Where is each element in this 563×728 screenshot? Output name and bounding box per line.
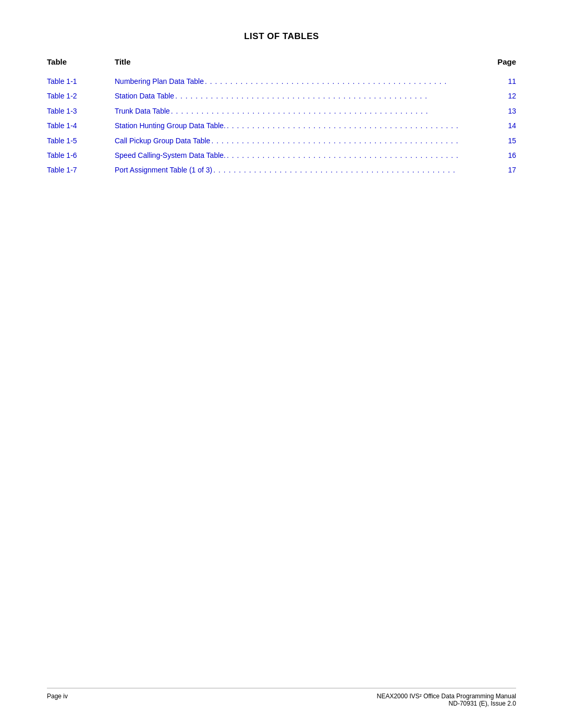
- toc-title-content: Speed Calling-System Data Table. . . . .…: [115, 150, 485, 161]
- toc-table-ref: Table 1-2: [47, 90, 115, 102]
- toc-title-text: Call Pickup Group Data Table: [115, 135, 210, 146]
- header-page-col: Page: [485, 57, 516, 66]
- toc-title-content: Station Hunting Group Data Table. . . . …: [115, 120, 485, 131]
- toc-dots: . . . . . . . . . . . . . . . . . . . . …: [226, 150, 485, 161]
- toc-row: Table 1-7Port Assignment Table (1 of 3) …: [47, 164, 516, 176]
- toc-dots: . . . . . . . . . . . . . . . . . . . . …: [212, 164, 485, 176]
- toc-page-num: 11: [485, 76, 516, 87]
- toc-entries: Table 1-1Numbering Plan Data Table . . .…: [47, 76, 516, 179]
- toc-row: Table 1-1Numbering Plan Data Table . . .…: [47, 76, 516, 87]
- toc-table-ref: Table 1-5: [47, 135, 115, 146]
- toc-title-text: Station Data Table: [115, 90, 174, 102]
- toc-row: Table 1-2Station Data Table . . . . . . …: [47, 90, 516, 102]
- footer-doc-title: NEAX2000 IVS² Office Data Programming Ma…: [377, 693, 516, 700]
- toc-dots: . . . . . . . . . . . . . . . . . . . . …: [204, 76, 485, 87]
- page-title: LIST OF TABLES: [47, 31, 516, 42]
- toc-title-text: Speed Calling-System Data Table.: [115, 150, 226, 161]
- footer-doc-info: NEAX2000 IVS² Office Data Programming Ma…: [377, 693, 516, 707]
- footer-page-label: Page iv: [47, 693, 68, 700]
- toc-table-ref: Table 1-7: [47, 164, 115, 176]
- toc-title-content: Port Assignment Table (1 of 3) . . . . .…: [115, 164, 485, 176]
- footer-doc-ref: ND-70931 (E), Issue 2.0: [377, 700, 516, 707]
- toc-header: Table Title Page: [47, 57, 516, 68]
- toc-row: Table 1-5Call Pickup Group Data Table . …: [47, 135, 516, 146]
- header-table-col: Table: [47, 57, 115, 66]
- toc-dots: . . . . . . . . . . . . . . . . . . . . …: [170, 105, 485, 117]
- toc-title-text: Port Assignment Table (1 of 3): [115, 164, 212, 176]
- toc-page-num: 12: [485, 90, 516, 102]
- header-title-col: Title: [115, 57, 485, 66]
- toc-title-content: Trunk Data Table . . . . . . . . . . . .…: [115, 105, 485, 117]
- toc-row: Table 1-3Trunk Data Table . . . . . . . …: [47, 105, 516, 117]
- toc-table-ref: Table 1-1: [47, 76, 115, 87]
- toc-page-num: 13: [485, 105, 516, 117]
- toc-title-content: Station Data Table . . . . . . . . . . .…: [115, 90, 485, 102]
- toc-page-num: 15: [485, 135, 516, 146]
- toc-row: Table 1-6Speed Calling-System Data Table…: [47, 150, 516, 161]
- toc-dots: . . . . . . . . . . . . . . . . . . . . …: [174, 90, 485, 102]
- toc-row: Table 1-4Station Hunting Group Data Tabl…: [47, 120, 516, 131]
- toc-page-num: 16: [485, 150, 516, 161]
- toc-title-content: Call Pickup Group Data Table . . . . . .…: [115, 135, 485, 146]
- toc-title-text: Numbering Plan Data Table: [115, 76, 204, 87]
- toc-page-num: 17: [485, 164, 516, 176]
- toc-title-text: Station Hunting Group Data Table.: [115, 120, 226, 131]
- toc-table-ref: Table 1-3: [47, 105, 115, 117]
- toc-dots: . . . . . . . . . . . . . . . . . . . . …: [226, 120, 485, 131]
- toc-table-ref: Table 1-6: [47, 150, 115, 161]
- toc-page-num: 14: [485, 120, 516, 131]
- toc-dots: . . . . . . . . . . . . . . . . . . . . …: [210, 135, 485, 146]
- toc-title-text: Trunk Data Table: [115, 105, 170, 117]
- toc-title-content: Numbering Plan Data Table . . . . . . . …: [115, 76, 485, 87]
- page-container: LIST OF TABLES Table Title Page Table 1-…: [0, 0, 563, 728]
- footer: Page iv NEAX2000 IVS² Office Data Progra…: [47, 688, 516, 707]
- toc-table-ref: Table 1-4: [47, 120, 115, 131]
